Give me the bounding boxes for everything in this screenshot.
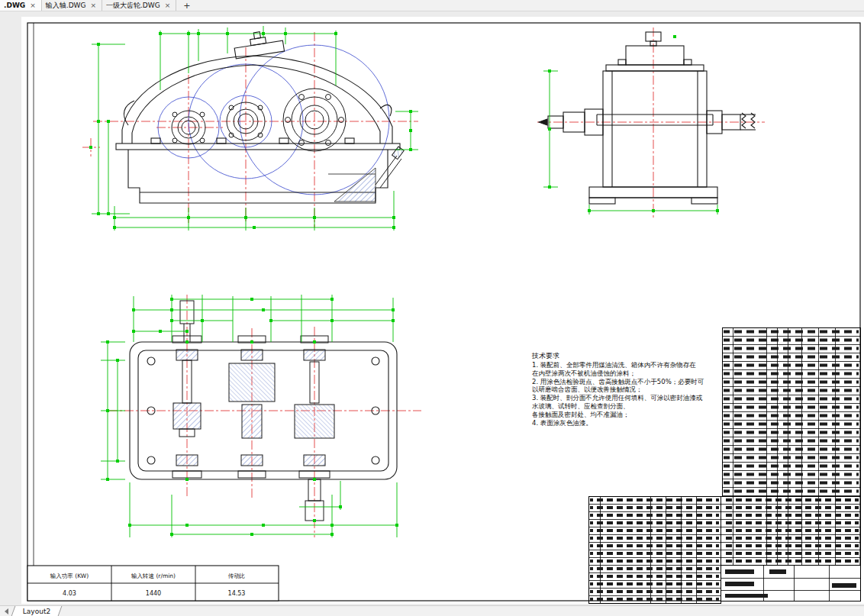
param-value: 4.03 (63, 590, 76, 597)
param-header: 传动比 (228, 572, 246, 579)
layout-tab-layout2[interactable]: Layout2 (11, 606, 63, 616)
tech-requirements-line: 1. 装配前、全部零件用煤油清洗、箱体内不许有杂物存在 (532, 361, 696, 369)
tech-requirements-line: 在内壁涂两次不被机油侵蚀的涂料； (532, 369, 636, 377)
tech-requirements-line: 水玻璃、试转时、应检查剖分面、 (532, 402, 630, 410)
tab-label: 一级大齿轮.DWG (106, 0, 160, 11)
tab-document-2[interactable]: 输入轴.DWG × (42, 0, 102, 11)
tech-requirements-line: 4. 表面涂灰色油漆。 (532, 419, 592, 427)
param-value: 14.53 (228, 590, 246, 597)
tab-close-icon[interactable]: × (165, 2, 171, 9)
tech-requirements-line: 各接触面及密封处、均不准漏油； (532, 411, 630, 418)
title-block (721, 565, 860, 601)
params-table[interactable]: 输入功率 (KW) 输入转速 (r/min) 传动比 4.03 1440 14.… (27, 566, 279, 601)
drawing-sheet[interactable]: 技术要求 1. 装配前、全部零件用煤油清洗、箱体内不许有杂物存在 在内壁涂两次不… (0, 11, 864, 605)
greeked-text (724, 327, 859, 495)
tab-label: .DWG (4, 0, 25, 11)
tab-document-1[interactable]: .DWG × (0, 0, 42, 11)
tab-close-icon[interactable]: × (30, 2, 36, 9)
tab-close-icon[interactable]: × (90, 2, 96, 9)
greeked-text (722, 497, 859, 564)
tech-requirements-line: 2. 用涂色法检验斑点、齿高接触斑点不小于50%；必要时可 (532, 378, 704, 385)
new-tab-button[interactable]: + (176, 0, 197, 11)
layout-tabbar: Layout2 (0, 605, 864, 616)
tab-label: 输入轴.DWG (46, 0, 86, 11)
tech-requirements-title: 技术要求 (531, 352, 559, 360)
parts-list-upper[interactable] (722, 327, 860, 496)
param-header: 输入转速 (r/min) (131, 572, 176, 579)
layout-nav-icon[interactable] (5, 608, 8, 614)
tech-requirements-line: 3. 装配时、剖分面不允许使用任何填料、可涂以密封油漆或 (532, 394, 703, 402)
parts-list-lower[interactable] (588, 496, 860, 603)
param-header: 输入功率 (KW) (50, 572, 89, 579)
tech-requirements-line: 以研磨啮合齿面、以便改善接触情况； (532, 385, 643, 393)
tab-document-3[interactable]: 一级大齿轮.DWG × (102, 0, 176, 11)
layout-tab-label: Layout2 (23, 608, 50, 615)
document-tabbar: .DWG × 输入轴.DWG × 一级大齿轮.DWG × + (0, 0, 864, 11)
param-value: 1440 (146, 590, 161, 597)
drawing-canvas[interactable]: 技术要求 1. 装配前、全部零件用煤油清洗、箱体内不许有杂物存在 在内壁涂两次不… (0, 11, 864, 605)
greeked-text (590, 497, 719, 601)
